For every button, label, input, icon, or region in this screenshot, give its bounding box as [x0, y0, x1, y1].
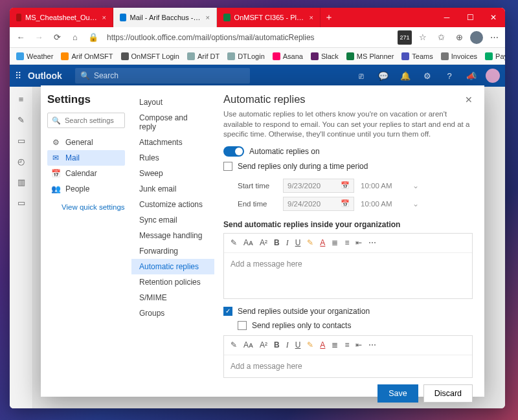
- bookmark-item[interactable]: DTLogin: [225, 52, 267, 60]
- highlighter-icon[interactable]: ✎: [231, 340, 237, 349]
- browser-tab[interactable]: MS_Cheatsheet_OutlookMailOn… ×: [10, 8, 113, 27]
- bookmark-item[interactable]: Arif DT: [185, 52, 222, 60]
- more-formatting-icon[interactable]: ⋯: [368, 238, 376, 247]
- settings-subnav-item[interactable]: Automatic replies: [131, 259, 214, 274]
- settings-subnav-item[interactable]: Forwarding: [131, 243, 214, 259]
- settings-subnav-item[interactable]: Junk email: [131, 181, 214, 197]
- bookmark-item[interactable]: Weather: [14, 52, 56, 60]
- time-period-checkbox[interactable]: [223, 162, 232, 171]
- rail-icon[interactable]: ▭: [16, 197, 27, 208]
- more-formatting-icon[interactable]: ⋯: [368, 340, 376, 349]
- settings-subnav-item[interactable]: Rules: [131, 150, 214, 166]
- font-family-icon[interactable]: Aᴀ: [243, 340, 253, 349]
- settings-subnav-item[interactable]: Sync email: [131, 212, 214, 228]
- rail-icon[interactable]: ▥: [16, 176, 27, 188]
- underline-button[interactable]: U: [295, 340, 301, 349]
- font-color-icon[interactable]: A: [320, 340, 325, 349]
- extension-icon[interactable]: 271: [398, 30, 412, 45]
- bold-button[interactable]: B: [274, 340, 280, 349]
- back-button[interactable]: ←: [14, 30, 28, 45]
- bullets-icon[interactable]: ≣: [332, 238, 338, 247]
- font-color-icon[interactable]: A: [320, 238, 325, 247]
- rail-compose-icon[interactable]: ✎: [16, 114, 27, 126]
- settings-subnav-item[interactable]: Message handling: [131, 228, 214, 243]
- close-dialog-button[interactable]: ✕: [465, 94, 473, 105]
- settings-subnav-item[interactable]: Customize actions: [131, 197, 214, 212]
- numbering-icon[interactable]: ≡: [344, 238, 349, 247]
- forward-button[interactable]: →: [32, 30, 46, 45]
- settings-subnav-item[interactable]: Groups: [131, 305, 214, 321]
- settings-nav-item[interactable]: ⚙General: [47, 135, 125, 150]
- italic-button[interactable]: I: [286, 238, 289, 248]
- settings-nav-item[interactable]: ✉Mail: [47, 150, 125, 166]
- new-tab-button[interactable]: ＋: [321, 8, 337, 27]
- editor-body[interactable]: Add a message here: [224, 253, 472, 298]
- start-time-select[interactable]: 10:00 AM: [361, 182, 406, 190]
- collections-button[interactable]: ⊕: [452, 30, 466, 45]
- indent-icon[interactable]: ⇤: [355, 238, 362, 247]
- save-button[interactable]: Save: [377, 384, 418, 403]
- font-size-icon[interactable]: A²: [260, 238, 267, 247]
- extension-icon[interactable]: ☆: [416, 30, 430, 45]
- close-icon[interactable]: ×: [206, 14, 210, 21]
- refresh-button[interactable]: ⟳: [50, 30, 64, 45]
- bookmark-item[interactable]: Slack: [308, 52, 341, 60]
- indent-icon[interactable]: ⇤: [355, 340, 362, 349]
- close-icon[interactable]: ×: [310, 14, 313, 21]
- browser-tab[interactable]: OnMSFT CI365 - Planner ×: [217, 8, 321, 27]
- bookmark-item[interactable]: Teams: [399, 52, 435, 60]
- font-size-icon[interactable]: A²: [260, 340, 267, 349]
- bold-button[interactable]: B: [274, 238, 280, 247]
- highlight-color-icon[interactable]: ✎: [307, 238, 313, 247]
- maximize-button[interactable]: ☐: [458, 8, 482, 27]
- outlook-search[interactable]: 🔍 Search: [75, 68, 250, 83]
- numbering-icon[interactable]: ≡: [344, 340, 349, 349]
- browser-tab-active[interactable]: Mail - Arif Bacchus - Outlook ×: [113, 8, 217, 27]
- settings-subnav-item[interactable]: Layout: [131, 94, 214, 110]
- settings-subnav-item[interactable]: Sweep: [131, 166, 214, 181]
- settings-nav-item[interactable]: 📅Calendar: [47, 166, 125, 181]
- editor-body[interactable]: Add a message here: [224, 355, 472, 377]
- favorites-button[interactable]: ✩: [434, 30, 448, 45]
- rail-menu-icon[interactable]: ≡: [16, 93, 27, 105]
- chat-icon[interactable]: 💬: [376, 71, 391, 81]
- underline-button[interactable]: U: [295, 238, 301, 247]
- bookmark-item[interactable]: Invoices: [438, 52, 480, 60]
- settings-subnav-item[interactable]: Attachments: [131, 135, 214, 150]
- bookmark-item[interactable]: Pay: [482, 52, 505, 60]
- teams-call-icon[interactable]: ⎚: [354, 71, 369, 81]
- whatsnew-icon[interactable]: 📣: [464, 71, 479, 81]
- highlighter-icon[interactable]: ✎: [231, 238, 237, 247]
- highlight-color-icon[interactable]: ✎: [307, 340, 313, 349]
- app-launcher-icon[interactable]: ⠿: [15, 71, 21, 81]
- address-bar[interactable]: https://outlook.office.com/mail/options/…: [104, 33, 394, 42]
- close-icon[interactable]: ×: [102, 14, 106, 21]
- rail-icon[interactable]: ◴: [16, 155, 27, 167]
- start-date-input[interactable]: 9/23/2020📅: [283, 179, 354, 193]
- settings-search[interactable]: 🔍 Search settings: [47, 113, 125, 128]
- settings-nav-item[interactable]: 👥People: [47, 181, 125, 197]
- settings-subnav-item[interactable]: S/MIME: [131, 290, 214, 305]
- more-button[interactable]: ⋯: [487, 30, 501, 45]
- bookmark-item[interactable]: Arif OnMSFT: [58, 52, 115, 60]
- minimize-button[interactable]: ─: [435, 8, 458, 27]
- font-family-icon[interactable]: Aᴀ: [243, 238, 253, 247]
- rail-icon[interactable]: ▭: [16, 135, 27, 146]
- settings-subnav-item[interactable]: Compose and reply: [131, 110, 214, 135]
- profile-avatar[interactable]: [470, 31, 483, 44]
- bullets-icon[interactable]: ≣: [332, 340, 338, 349]
- bookmark-item[interactable]: OnMSFT Login: [118, 52, 182, 60]
- settings-icon[interactable]: ⚙: [420, 71, 435, 81]
- discard-button[interactable]: Discard: [423, 384, 473, 403]
- home-button[interactable]: ⌂: [68, 30, 82, 45]
- outside-org-checkbox[interactable]: [223, 307, 232, 316]
- italic-button[interactable]: I: [286, 340, 289, 350]
- avatar-icon[interactable]: [486, 69, 500, 83]
- end-date-input[interactable]: 9/24/2020📅: [283, 197, 354, 211]
- end-time-select[interactable]: 10:00 AM: [361, 200, 406, 208]
- contacts-only-checkbox[interactable]: [238, 321, 247, 330]
- bookmark-item[interactable]: MS Planner: [344, 52, 396, 60]
- bookmark-item[interactable]: Asana: [270, 52, 306, 60]
- notifications-icon[interactable]: 🔔: [398, 71, 413, 81]
- close-button[interactable]: ✕: [482, 8, 505, 27]
